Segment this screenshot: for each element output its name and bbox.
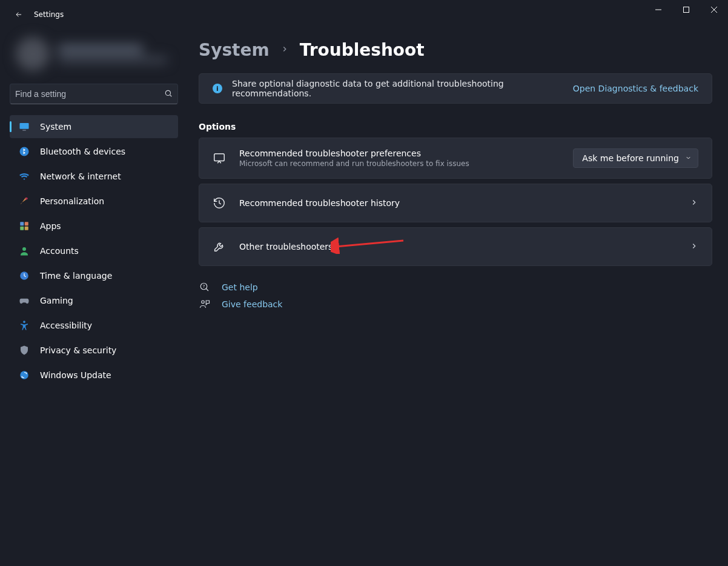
svg-point-14 — [22, 247, 26, 251]
help-icon: ? — [199, 282, 211, 293]
search-box[interactable] — [10, 84, 178, 104]
monitor-icon — [18, 121, 30, 133]
sidebar-item-label: Privacy & security — [40, 345, 116, 355]
sidebar-item-label: Network & internet — [40, 171, 121, 181]
sidebar: System Bluetooth & devices Network & int… — [0, 29, 188, 566]
nav: System Bluetooth & devices Network & int… — [5, 115, 183, 387]
chevron-right-icon — [690, 241, 698, 253]
paintbrush-icon — [18, 195, 30, 207]
sidebar-item-label: Apps — [40, 221, 61, 231]
sidebar-item-windows-update[interactable]: Windows Update — [10, 364, 178, 387]
titlebar: Settings — [0, 0, 728, 29]
app-title: Settings — [34, 10, 64, 19]
sidebar-item-label: Time & language — [40, 271, 112, 281]
accessibility-icon — [18, 319, 30, 331]
window-controls — [644, 0, 728, 19]
info-banner-text: Share optional diagnostic data to get ad… — [232, 79, 563, 98]
update-icon — [18, 369, 30, 381]
help-links: ? Get help Give feedback — [199, 282, 712, 310]
sidebar-item-label: Bluetooth & devices — [40, 147, 125, 156]
svg-point-21 — [202, 301, 205, 304]
help-link-label: Give feedback — [222, 299, 282, 309]
shield-icon — [18, 344, 30, 356]
svg-point-9 — [25, 198, 28, 200]
info-icon: i — [213, 84, 222, 93]
chevron-right-icon — [690, 198, 698, 209]
sidebar-item-gaming[interactable]: Gaming — [10, 289, 178, 312]
dropdown-value: Ask me before running — [582, 153, 679, 163]
preferences-dropdown[interactable]: Ask me before running — [573, 148, 698, 168]
svg-rect-12 — [20, 227, 24, 230]
minimize-button[interactable] — [644, 0, 672, 19]
breadcrumb: System Troubleshoot — [199, 35, 712, 60]
sidebar-item-time-language[interactable]: Time & language — [10, 264, 178, 287]
svg-rect-18 — [214, 154, 225, 161]
close-button[interactable] — [700, 0, 728, 19]
maximize-button[interactable] — [672, 0, 700, 19]
svg-point-4 — [165, 90, 170, 95]
card-subtitle: Microsoft can recommend and run troubles… — [239, 159, 560, 168]
options-heading: Options — [199, 122, 712, 132]
svg-rect-13 — [25, 227, 28, 230]
svg-line-5 — [170, 95, 172, 96]
svg-point-16 — [23, 321, 25, 323]
breadcrumb-parent[interactable]: System — [199, 40, 270, 60]
svg-rect-6 — [20, 123, 29, 129]
help-link-label: Get help — [222, 282, 258, 292]
apps-icon — [18, 220, 30, 232]
options-list: Recommended troubleshooter preferences M… — [199, 138, 712, 266]
open-diagnostics-link[interactable]: Open Diagnostics & feedback — [573, 84, 698, 93]
sidebar-item-system[interactable]: System — [10, 115, 178, 138]
sidebar-item-privacy[interactable]: Privacy & security — [10, 339, 178, 362]
account-header[interactable] — [10, 29, 178, 79]
chevron-down-icon — [685, 153, 692, 163]
breadcrumb-current: Troubleshoot — [300, 40, 425, 60]
sidebar-item-personalization[interactable]: Personalization — [10, 190, 178, 213]
svg-rect-7 — [22, 130, 26, 131]
info-banner: i Share optional diagnostic data to get … — [199, 73, 712, 104]
back-button[interactable] — [10, 5, 28, 24]
main-content: System Troubleshoot i Share optional dia… — [188, 29, 728, 566]
chevron-right-icon — [280, 44, 289, 56]
svg-text:?: ? — [203, 284, 205, 289]
sidebar-item-accounts[interactable]: Accounts — [10, 239, 178, 262]
avatar — [16, 37, 50, 71]
chat-icon — [213, 151, 226, 165]
svg-rect-11 — [25, 222, 28, 225]
sidebar-item-bluetooth[interactable]: Bluetooth & devices — [10, 140, 178, 163]
card-preferences[interactable]: Recommended troubleshooter preferences M… — [199, 138, 712, 179]
svg-rect-1 — [684, 7, 689, 13]
wifi-icon — [18, 170, 30, 182]
sidebar-item-label: System — [40, 122, 71, 132]
history-icon — [213, 196, 226, 210]
card-title: Other troubleshooters — [239, 242, 677, 251]
card-history[interactable]: Recommended troubleshooter history — [199, 184, 712, 222]
sidebar-item-label: Accessibility — [40, 321, 92, 330]
svg-point-8 — [20, 147, 29, 156]
clock-icon — [18, 270, 30, 282]
card-title: Recommended troubleshooter preferences — [239, 148, 560, 158]
card-other-troubleshooters[interactable]: Other troubleshooters — [199, 227, 712, 266]
gamepad-icon — [18, 295, 30, 307]
svg-rect-10 — [20, 222, 24, 225]
feedback-icon — [199, 299, 211, 310]
bluetooth-icon — [18, 145, 30, 158]
sidebar-item-apps[interactable]: Apps — [10, 215, 178, 238]
sidebar-item-label: Accounts — [40, 246, 79, 256]
card-title: Recommended troubleshooter history — [239, 198, 677, 208]
wrench-icon — [213, 240, 226, 253]
search-icon — [164, 88, 173, 100]
search-input[interactable] — [15, 89, 164, 99]
sidebar-item-accessibility[interactable]: Accessibility — [10, 314, 178, 337]
person-icon — [18, 245, 30, 257]
sidebar-item-label: Windows Update — [40, 370, 111, 380]
sidebar-item-label: Personalization — [40, 196, 104, 206]
get-help-link[interactable]: ? Get help — [199, 282, 712, 293]
sidebar-item-network[interactable]: Network & internet — [10, 165, 178, 188]
give-feedback-link[interactable]: Give feedback — [199, 299, 712, 310]
sidebar-item-label: Gaming — [40, 296, 73, 305]
